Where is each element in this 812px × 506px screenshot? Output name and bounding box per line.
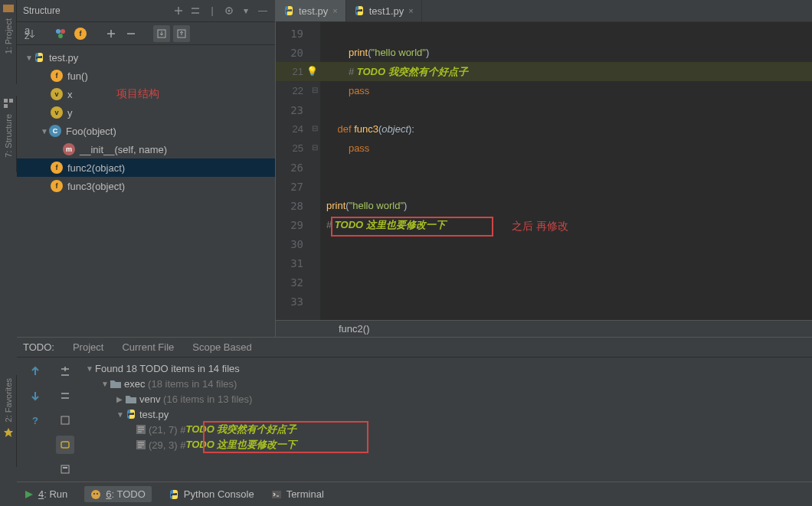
svg-point-9 (56, 29, 61, 34)
show-fields-button[interactable]: f (72, 25, 89, 42)
todo-summary[interactable]: ▼Found 18 TODO items in 14 files (83, 361, 812, 376)
tree-item-foo[interactable]: ▼CFoo(object) (17, 122, 275, 140)
svg-point-10 (61, 29, 65, 34)
editor-tab-test[interactable]: test.py× (276, 0, 346, 21)
fold-icon: ⊟ (312, 124, 318, 132)
svg-rect-15 (61, 416, 69, 424)
line-number: 24⊟ (276, 119, 320, 139)
gutter: 19 20 21💡 22⊟ 23 24⊟ 25⊟ 26 27 28 29 30 … (276, 22, 320, 320)
svg-point-11 (58, 34, 63, 38)
line-number: 31 (276, 253, 320, 273)
autoscroll-icon[interactable] (56, 411, 74, 429)
sb-console[interactable]: Python Console (169, 488, 254, 500)
annotation-text: 之后 再修改 (512, 220, 568, 233)
todo-folder-exec[interactable]: ▼exec (18 items in 14 files) (83, 376, 812, 391)
breadcrumb[interactable]: func2() (276, 320, 812, 337)
line-number: 21💡 (276, 62, 320, 81)
structure-icon (3, 98, 14, 109)
svg-rect-2 (9, 99, 13, 103)
line-number: 20 (276, 43, 320, 62)
line-number: 27 (276, 177, 320, 196)
line-number: 29 (276, 215, 320, 234)
editor: test.py× test1.py× 19 20 21💡 22⊟ 23 24⊟ … (276, 0, 812, 337)
preview-icon[interactable] (56, 460, 74, 478)
collapse-icon[interactable] (172, 5, 185, 17)
close-icon[interactable]: × (332, 6, 337, 15)
sb-terminal[interactable]: Terminal (271, 488, 324, 500)
line-number: 22⊟ (276, 81, 320, 100)
divider: | (206, 5, 218, 17)
line-number: 25⊟ (276, 139, 320, 158)
highlight-box (203, 421, 368, 453)
sb-todo[interactable]: 6: TODO (84, 486, 152, 502)
panel-title: Structure (23, 5, 172, 16)
help-icon[interactable]: ? (26, 411, 44, 429)
autoscroll-to-button[interactable] (153, 25, 170, 42)
sb-run[interactable]: 4: Run (25, 488, 67, 500)
tab-favorites[interactable]: 2: Favorites (4, 375, 13, 425)
svg-text:z: z (25, 30, 30, 40)
line-number: 28 (276, 196, 320, 215)
collapse-all-icon[interactable] (56, 387, 74, 405)
todo-toolbar: ? (17, 357, 83, 483)
svg-text:?: ? (32, 415, 38, 426)
fold-icon: ⊟ (312, 143, 318, 152)
tree-item-func2[interactable]: ffunc2(objact) (17, 158, 275, 177)
highlight-box (331, 217, 493, 237)
tree-item-fun[interactable]: ffun() (17, 67, 275, 85)
arrow-up-icon[interactable] (26, 362, 44, 380)
line-number: 30 (276, 234, 320, 253)
collapse-all-button[interactable] (123, 25, 139, 42)
sort-alpha-button[interactable]: az (21, 25, 38, 42)
todo-file-test[interactable]: ▼test.py (83, 406, 812, 422)
todo-item[interactable]: (29, 3) # TODO 这里也要修改一下 (83, 437, 812, 452)
svg-rect-1 (4, 99, 8, 103)
svg-point-22 (91, 490, 100, 499)
svg-point-6 (228, 10, 231, 12)
tab-project[interactable]: 1: Project (4, 15, 13, 57)
todo-tab-current[interactable]: Current File (113, 339, 183, 355)
star-icon (3, 427, 14, 438)
svg-point-24 (97, 493, 98, 495)
minimize-icon[interactable]: — (257, 5, 269, 17)
svg-point-23 (93, 493, 95, 495)
todo-panel: TODO: Project Current File Scope Based ? (17, 337, 812, 483)
tree-item-y[interactable]: vy (17, 103, 275, 122)
todo-tab-scope[interactable]: Scope Based (183, 339, 260, 355)
line-number: 23 (276, 100, 320, 119)
structure-tree: ▼ test.py ffun() vx vy ▼CFoo(object) m__… (17, 45, 275, 337)
arrow-down-icon[interactable] (26, 387, 44, 405)
todo-item[interactable]: (21, 7) # TODO 我突然有个好点子 (83, 422, 812, 437)
filter-icon[interactable] (52, 25, 69, 42)
group-icon[interactable] (56, 436, 74, 454)
line-number: 33 (276, 292, 320, 311)
todo-tab-project[interactable]: Project (64, 339, 113, 355)
line-number: 26 (276, 158, 320, 177)
expand-icon[interactable] (189, 5, 201, 17)
statusbar: 4: Run 6: TODO Python Console Terminal (17, 482, 812, 506)
expand-all-button[interactable] (103, 25, 120, 42)
tree-item-func3[interactable]: ffunc3(object) (17, 177, 275, 195)
structure-panel: Structure | ▾ — az f (17, 0, 276, 337)
tab-structure[interactable]: 7: Structure (4, 111, 13, 161)
project-icon (3, 2, 14, 13)
autoscroll-from-button[interactable] (173, 25, 190, 42)
svg-rect-16 (61, 442, 69, 448)
expand-all-icon[interactable] (56, 362, 74, 380)
annotation-text: 项目结构 (116, 87, 159, 101)
line-number: 32 (276, 273, 320, 292)
todo-folder-venv[interactable]: ▶venv (16 items in 13 files) (83, 391, 812, 406)
editor-body[interactable]: 19 20 21💡 22⊟ 23 24⊟ 25⊟ 26 27 28 29 30 … (276, 22, 812, 320)
svg-rect-0 (3, 5, 14, 12)
tree-item-init[interactable]: m__init__(self, name) (17, 140, 275, 158)
todo-label: TODO: (23, 339, 64, 355)
close-icon[interactable]: × (408, 6, 413, 15)
svg-rect-25 (272, 491, 281, 498)
editor-tab-test1[interactable]: test1.py× (346, 0, 422, 21)
bulb-icon: 💡 (306, 66, 318, 77)
svg-rect-3 (4, 104, 8, 108)
tree-root[interactable]: ▼ test.py (17, 48, 275, 67)
svg-rect-18 (63, 467, 67, 468)
gear-icon[interactable] (223, 5, 235, 17)
chevron-down-icon[interactable]: ▾ (240, 5, 252, 17)
